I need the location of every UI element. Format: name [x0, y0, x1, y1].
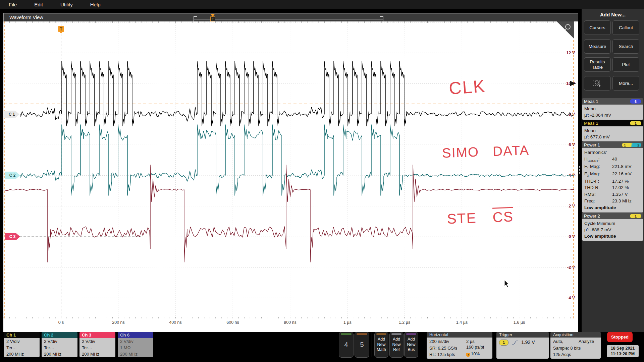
svg-text:-4 V: -4 V	[567, 296, 575, 300]
add-measure-button[interactable]: Measure	[584, 39, 611, 54]
power1-row: THD-R:17.02 %	[584, 184, 641, 191]
horizontal-title: Horizontal	[427, 332, 492, 338]
power1-row: Harmonics'	[584, 149, 641, 156]
channel-badge-title: Ch 1	[4, 332, 40, 338]
annotation-ste-cs: STECS	[447, 209, 514, 227]
time-label: 11:13:20 PM	[607, 351, 639, 357]
power1-badge[interactable]: Power 1 12 Harmonics'HCOUNT:40F1 Mag:221…	[582, 142, 643, 213]
power1-row: RMS:1.357 V	[584, 191, 641, 198]
add-new-title: Add New...	[582, 9, 644, 17]
power1-row: HCOUNT:40	[584, 156, 641, 163]
power1-row: F3 Mag:22.16 mV	[584, 171, 641, 178]
add-callout-button[interactable]: Callout	[612, 20, 639, 35]
meas2-source-badge: 1	[630, 121, 641, 125]
meas2-type: Mean	[584, 127, 641, 134]
channel5-button[interactable]: 5	[355, 332, 369, 358]
menu-utility[interactable]: Utility	[60, 2, 73, 7]
svg-text:400 ns: 400 ns	[169, 320, 182, 325]
channel-badge-title: Ch 6	[118, 332, 153, 338]
add-cursors-button[interactable]: Cursors	[584, 20, 611, 35]
trigger-position-percent: 10%	[471, 351, 480, 356]
bottom-bar: Ch 12 V/divTer…200 MHzCh 22 V/divTer…200…	[0, 332, 644, 362]
svg-text:1.6 µs: 1.6 µs	[514, 320, 525, 325]
acquisition-mode: Auto,	[553, 339, 563, 344]
power2-badge[interactable]: Power 2 1 Cycle Minimum µ': -688.7 mV Lo…	[582, 213, 643, 241]
add-plot-button[interactable]: Plot	[612, 57, 639, 72]
svg-text:8 V: 8 V	[569, 112, 575, 117]
power1-row: Low amplitude	[584, 204, 641, 211]
svg-text:-2 V: -2 V	[567, 265, 575, 270]
add-new-ref-button[interactable]: Add New Ref	[389, 332, 404, 358]
power1-row: THD-F:17.27 %	[584, 178, 641, 185]
horizontal-panel[interactable]: Horizontal 200 ns/div2 µs SR: 6.25 GS/s1…	[427, 332, 492, 359]
menu-bar: File Edit Utility Help	[0, 0, 644, 9]
power2-warning: Low amplitude	[584, 233, 641, 239]
meas2-value: µ': 677.8 mV	[584, 134, 641, 140]
record-length: RL: 12.5 kpts	[429, 351, 455, 358]
waveform-canvas: 0 s200 ns400 ns600 ns800 ns1 µs1.2 µs1.4…	[3, 21, 578, 332]
power2-value: µ': -688.7 mV	[584, 227, 641, 233]
power1-title: Power 1	[584, 142, 600, 147]
zoom-mode-button[interactable]	[584, 76, 611, 90]
menu-file[interactable]: File	[9, 2, 17, 7]
magnifier-icon	[561, 23, 573, 34]
sample-interval: 160 ps/pt	[466, 344, 484, 351]
channel-badge-3[interactable]: Ch 32 V/divTer…200 MHz	[79, 332, 115, 357]
trigger-position-icon: T	[466, 353, 470, 357]
menu-edit[interactable]: Edit	[34, 2, 43, 7]
menu-help[interactable]: Help	[90, 2, 101, 7]
svg-text:0 s: 0 s	[58, 320, 64, 325]
channel-badge-2[interactable]: Ch 22 V/divTer…200 MHz	[42, 332, 77, 357]
waveform-view-title: Waveform View	[4, 15, 43, 20]
channel-badge-settings: 2 V/div1 MΩ200 MHz	[118, 338, 153, 357]
channel1-marker[interactable]: C 1	[4, 111, 19, 118]
meas2-badge[interactable]: Meas 2 1 Mean µ': 677.8 mV	[582, 120, 643, 141]
acquisition-analyze: Analyze	[579, 338, 594, 345]
channel4-button[interactable]: 4	[339, 332, 354, 358]
waveform-view-tab[interactable]: Waveform View	[3, 13, 578, 21]
annotation-clk: CLK	[448, 76, 486, 99]
svg-text:12 V: 12 V	[566, 51, 575, 55]
svg-text:4 V: 4 V	[569, 173, 575, 178]
meas1-badge[interactable]: Meas 1 6 Mean µ': -2.064 mV	[582, 98, 643, 120]
channel3-marker[interactable]: C 3	[5, 233, 20, 240]
sample-rate: SR: 6.25 GS/s	[429, 345, 457, 352]
bottom-divider-2	[604, 333, 604, 357]
svg-text:800 ns: 800 ns	[284, 320, 297, 325]
add-results-table-button[interactable]: Results Table	[584, 57, 611, 72]
more-button[interactable]: More...	[612, 76, 639, 90]
add-search-button[interactable]: Search	[612, 39, 639, 54]
power1-source-badges: 12	[622, 143, 641, 147]
channel-badge-settings: 2 V/divTer…200 MHz	[42, 338, 77, 357]
run-stop-status[interactable]: Stopped	[607, 332, 633, 342]
channel2-marker[interactable]: C 2	[5, 172, 20, 179]
acquisition-panel[interactable]: Acquisition Auto, Analyze Sample: 8 bits…	[550, 332, 601, 359]
svg-text:1.2 µs: 1.2 µs	[399, 320, 410, 325]
trigger-source-badge: 1	[499, 340, 508, 346]
meas2-title: Meas 2	[584, 121, 598, 126]
plot-area[interactable]: 0 s200 ns400 ns600 ns800 ns1 µs1.2 µs1.4…	[3, 21, 578, 332]
trigger-title: Trigger	[496, 332, 549, 338]
svg-text:1 µs: 1 µs	[343, 320, 352, 325]
svg-text:1.4 µs: 1.4 µs	[456, 320, 468, 325]
trigger-flag[interactable]: T	[58, 26, 64, 32]
trigger-panel[interactable]: Trigger 1 1.92 V	[496, 332, 549, 359]
acquisition-count: 125 Acqs	[553, 351, 598, 358]
annotation-simo-data: SIMO DATA	[442, 142, 530, 161]
channel-badge-settings: 2 V/divTer…200 MHz	[4, 338, 40, 357]
power2-source-badge: 1	[630, 214, 641, 218]
svg-text:6 V: 6 V	[569, 142, 575, 147]
svg-text:2 V: 2 V	[569, 204, 575, 208]
panel-drag-handle[interactable]	[579, 166, 581, 175]
add-new-math-button[interactable]: Add New Math	[374, 332, 388, 358]
power1-row: Freq:23.3 MHz	[584, 198, 641, 204]
bottom-divider-1	[372, 333, 372, 357]
datetime-display: 18 Sep 2021 11:13:20 PM	[607, 345, 639, 357]
channel-badge-1[interactable]: Ch 12 V/divTer…200 MHz	[4, 332, 40, 357]
svg-text:200 ns: 200 ns	[112, 320, 125, 325]
zoom-corner-button[interactable]	[557, 21, 574, 39]
power2-title: Power 2	[584, 214, 600, 219]
add-new-bus-button[interactable]: Add New Bus	[404, 332, 418, 358]
channel-badge-4[interactable]: Ch 62 V/div1 MΩ200 MHz	[118, 332, 153, 357]
svg-text:0 V: 0 V	[569, 234, 575, 239]
